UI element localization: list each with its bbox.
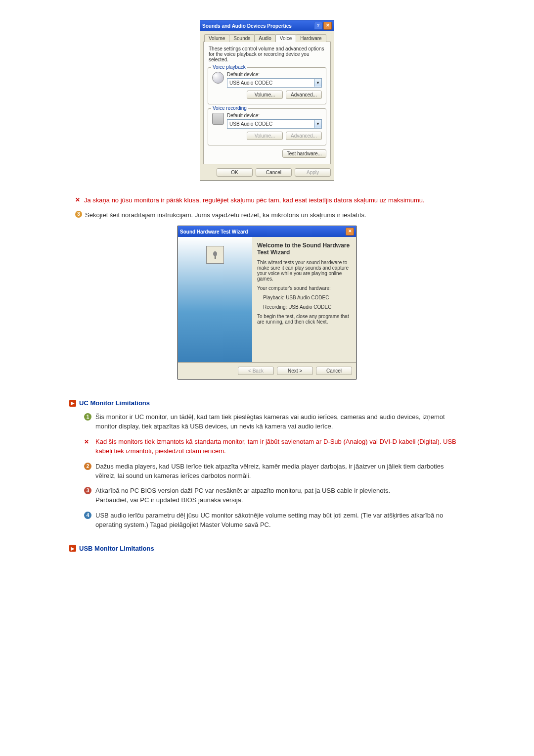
tab-description: These settings control volume and advanc… xyxy=(209,46,325,62)
wizard-title: Sound Hardware Test Wizard xyxy=(180,229,248,235)
bullet-2-icon: 2 xyxy=(84,463,91,470)
speaker-icon xyxy=(212,72,224,84)
wizard-p2: Your computer's sound hardware: xyxy=(257,285,350,291)
apply-button: Apply xyxy=(295,168,331,177)
close-button[interactable]: ✕ xyxy=(323,22,332,30)
playback-volume-button[interactable]: Volume... xyxy=(247,91,283,99)
uc-item-2-text: Dažus media players, kad USB ierīce tiek… xyxy=(95,462,465,481)
section-usb-limitations: ▶ USB Monitor Limitations xyxy=(69,545,465,552)
recording-device-combo[interactable]: USB Audio CODEC ▼ xyxy=(227,119,322,129)
wizard-heading: Welcome to the Sound Hardware Test Wizar… xyxy=(257,242,350,256)
next-button[interactable]: Next > xyxy=(277,367,313,375)
uc-item-x-text: Kad šis monitors tiek izmantots kā stand… xyxy=(95,437,465,456)
section-uc-title: UC Monitor Limitations xyxy=(79,399,150,407)
recording-device-value: USB Audio CODEC xyxy=(227,121,314,127)
audio-properties-dialog: Sounds and Audio Devices Properties ? ✕ … xyxy=(200,20,334,181)
play-icon: ▶ xyxy=(69,400,76,407)
bullet-4-icon: 4 xyxy=(84,512,91,519)
uc-item-4: 4 USB audio ierīču parametru dēļ jūsu UC… xyxy=(84,511,465,530)
cancel-button[interactable]: Cancel xyxy=(316,367,352,375)
uc-item-3: 3 Atkarībā no PC BIOS version dažI PC va… xyxy=(84,486,465,505)
chevron-down-icon: ▼ xyxy=(314,79,321,87)
recording-volume-button: Volume... xyxy=(247,132,283,140)
svg-point-0 xyxy=(213,251,217,256)
back-button: < Back xyxy=(238,367,274,375)
bullet-3-icon: 3 xyxy=(84,487,91,494)
voice-recording-group: Voice recording Default device: USB Audi… xyxy=(208,108,326,145)
note-x: ✕ Ja skaņa no jūsu monitora ir pārāk klu… xyxy=(75,196,465,205)
note-3: 3 Sekojiet šeit norādītajām instrukcijām… xyxy=(75,211,465,220)
note-3-text: Sekojiet šeit norādītajām instrukcijām. … xyxy=(85,211,465,220)
uc-item-4-text: USB audio ierīču parametru dēļ jūsu UC m… xyxy=(95,511,465,530)
microphone-icon xyxy=(206,246,224,264)
ok-button[interactable]: OK xyxy=(217,168,253,177)
cancel-button[interactable]: Cancel xyxy=(256,168,292,177)
bullet-1-icon: 1 xyxy=(84,413,91,421)
tab-volume[interactable]: Volume xyxy=(204,34,229,42)
section-usb-title: USB Monitor Limitations xyxy=(79,545,154,552)
wizard-titlebar[interactable]: Sound Hardware Test Wizard ✕ xyxy=(178,226,356,237)
sound-test-wizard: Sound Hardware Test Wizard ✕ Welcome to … xyxy=(178,226,356,379)
tab-sounds[interactable]: Sounds xyxy=(229,34,255,42)
uc-item-3-text: Atkarībā no PC BIOS version dažI PC var … xyxy=(95,486,465,505)
note-x-text: Ja skaņa no jūsu monitora ir pārāk klusa… xyxy=(84,196,465,205)
dialog-title: Sounds and Audio Devices Properties xyxy=(202,23,292,29)
chevron-down-icon: ▼ xyxy=(314,120,321,128)
wizard-playback: Playback: USB Audio CODEC xyxy=(263,295,350,300)
recording-advanced-button: Advanced... xyxy=(286,132,322,140)
voice-playback-group: Voice playback Default device: USB Audio… xyxy=(208,67,326,104)
x-icon: ✕ xyxy=(75,196,81,205)
wizard-sidebar xyxy=(178,237,252,362)
uc-item-1: 1 Šis monitor ir UC monitor, un tādēļ, k… xyxy=(84,413,465,431)
playback-device-label: Default device: xyxy=(227,72,322,77)
page-content: Sounds and Audio Devices Properties ? ✕ … xyxy=(0,0,534,588)
uc-item-2: 2 Dažus media players, kad USB ierīce ti… xyxy=(84,462,465,481)
help-button[interactable]: ? xyxy=(314,22,322,30)
tab-audio[interactable]: Audio xyxy=(254,34,276,42)
close-button[interactable]: ✕ xyxy=(346,228,354,236)
uc-item-1-text: Šis monitor ir UC monitor, un tādēļ, kad… xyxy=(95,413,465,431)
wizard-p1: This wizard tests your sound hardware to… xyxy=(257,260,350,282)
dialog-tabs: Volume Sounds Audio Voice Hardware xyxy=(204,34,331,42)
test-hardware-button[interactable]: Test hardware... xyxy=(282,149,326,158)
svg-rect-1 xyxy=(215,256,216,259)
tab-voice[interactable]: Voice xyxy=(275,34,296,42)
play-icon: ▶ xyxy=(69,545,76,552)
tab-hardware[interactable]: Hardware xyxy=(296,34,326,42)
recording-group-label: Voice recording xyxy=(211,105,248,111)
playback-group-label: Voice playback xyxy=(211,64,247,70)
playback-advanced-button[interactable]: Advanced... xyxy=(286,91,322,99)
wizard-p3: To begin the test, close any programs th… xyxy=(257,314,350,325)
recording-device-label: Default device: xyxy=(227,113,322,118)
dialog-titlebar[interactable]: Sounds and Audio Devices Properties ? ✕ xyxy=(200,20,334,31)
uc-item-x: ✕ Kad šis monitors tiek izmantots kā sta… xyxy=(84,437,465,456)
playback-device-combo[interactable]: USB Audio CODEC ▼ xyxy=(227,78,322,88)
section-uc-limitations: ▶ UC Monitor Limitations xyxy=(69,399,465,407)
microphone-icon xyxy=(212,113,224,125)
wizard-main: Welcome to the Sound Hardware Test Wizar… xyxy=(252,237,356,362)
x-icon: ✕ xyxy=(84,438,91,456)
step-3-icon: 3 xyxy=(75,211,82,218)
wizard-recording: Recording: USB Audio CODEC xyxy=(263,304,350,310)
playback-device-value: USB Audio CODEC xyxy=(227,80,314,86)
